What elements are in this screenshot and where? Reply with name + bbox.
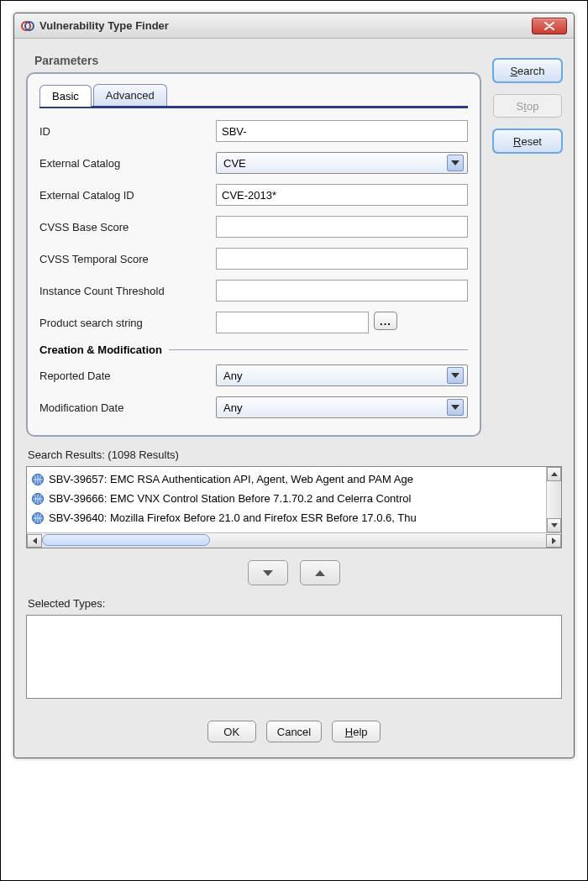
cvss-base-score-input[interactable] bbox=[216, 216, 468, 238]
id-input[interactable] bbox=[216, 120, 468, 142]
modification-date-value: Any bbox=[223, 401, 447, 414]
list-item[interactable]: SBV-39640: Mozilla Firefox Before 21.0 a… bbox=[30, 508, 561, 527]
id-label: ID bbox=[39, 125, 216, 138]
scroll-track[interactable] bbox=[42, 534, 546, 548]
move-down-button[interactable] bbox=[248, 560, 288, 585]
modification-date-select[interactable]: Any bbox=[216, 396, 468, 418]
cancel-button[interactable]: Cancel bbox=[266, 721, 322, 742]
tabs: Basic Advanced bbox=[39, 84, 468, 108]
scroll-down-icon[interactable] bbox=[547, 518, 561, 532]
chevron-down-icon bbox=[447, 399, 464, 416]
action-buttons: Search Stop Reset bbox=[493, 50, 562, 153]
chevron-down-icon bbox=[447, 367, 464, 384]
reported-date-label: Reported Date bbox=[39, 370, 216, 382]
external-catalog-select[interactable]: CVE bbox=[216, 152, 468, 174]
search-results-box: SBV-39657: EMC RSA Authentication API, A… bbox=[26, 466, 562, 548]
external-catalog-id-input[interactable] bbox=[216, 184, 468, 206]
search-button[interactable]: Search bbox=[493, 59, 562, 82]
external-catalog-value: CVE bbox=[223, 157, 447, 170]
search-results-label: Search Results: (1098 Results) bbox=[28, 448, 562, 461]
scroll-right-icon[interactable] bbox=[546, 534, 561, 548]
creation-modification-heading: Creation & Modification bbox=[39, 343, 468, 356]
instance-count-input[interactable] bbox=[216, 280, 468, 302]
globe-icon bbox=[30, 511, 45, 526]
horizontal-scrollbar[interactable] bbox=[27, 532, 561, 548]
product-search-input[interactable] bbox=[216, 312, 369, 333]
modification-date-label: Modification Date bbox=[39, 401, 216, 414]
product-search-label: Product search string bbox=[39, 317, 216, 329]
external-catalog-label: External Catalog bbox=[39, 157, 216, 170]
external-catalog-id-label: External Catalog ID bbox=[39, 189, 216, 202]
vertical-scrollbar[interactable] bbox=[546, 467, 561, 532]
tab-advanced[interactable]: Advanced bbox=[93, 84, 167, 106]
move-up-button[interactable] bbox=[300, 560, 340, 585]
list-item[interactable]: SBV-39666: EMC VNX Control Station Befor… bbox=[30, 489, 561, 508]
divider bbox=[169, 349, 468, 350]
transfer-buttons bbox=[26, 560, 562, 585]
selected-types-label: Selected Types: bbox=[28, 597, 562, 610]
titlebar: Vulnerability Type Finder bbox=[14, 13, 574, 39]
reported-date-value: Any bbox=[223, 370, 447, 382]
result-text: SBV-39666: EMC VNX Control Station Befor… bbox=[49, 492, 411, 505]
chevron-down-icon bbox=[447, 155, 464, 171]
app-icon bbox=[21, 19, 34, 33]
globe-icon bbox=[30, 491, 45, 506]
window-title: Vulnerability Type Finder bbox=[39, 19, 532, 32]
list-item[interactable]: SBV-39657: EMC RSA Authentication API, A… bbox=[30, 469, 561, 489]
close-button[interactable] bbox=[532, 18, 567, 34]
reported-date-select[interactable]: Any bbox=[216, 364, 468, 386]
search-results-list[interactable]: SBV-39657: EMC RSA Authentication API, A… bbox=[27, 467, 561, 532]
instance-count-label: Instance Count Threshold bbox=[39, 285, 216, 297]
chevron-down-icon bbox=[263, 570, 273, 576]
parameters-heading: Parameters bbox=[34, 54, 481, 67]
cvss-temporal-score-input[interactable] bbox=[216, 248, 468, 270]
ok-button[interactable]: OK bbox=[207, 721, 256, 742]
selected-types-box[interactable] bbox=[26, 615, 562, 699]
tab-basic[interactable]: Basic bbox=[39, 85, 92, 107]
creation-modification-label: Creation & Modification bbox=[39, 343, 162, 356]
product-search-browse-button[interactable]: ... bbox=[374, 312, 397, 330]
result-text: SBV-39657: EMC RSA Authentication API, A… bbox=[49, 473, 413, 485]
chevron-up-icon bbox=[315, 570, 325, 576]
help-button[interactable]: Help bbox=[332, 721, 381, 742]
scroll-up-icon[interactable] bbox=[547, 467, 561, 481]
scroll-thumb[interactable] bbox=[42, 534, 210, 546]
parameters-panel: Basic Advanced ID External Catalog bbox=[26, 72, 481, 437]
result-text: SBV-39640: Mozilla Firefox Before 21.0 a… bbox=[49, 511, 417, 524]
dialog-buttons: OK Cancel Help bbox=[26, 721, 562, 742]
scroll-left-icon[interactable] bbox=[27, 534, 42, 548]
cvss-base-score-label: CVSS Base Score bbox=[39, 221, 216, 233]
reset-button[interactable]: Reset bbox=[493, 129, 562, 153]
globe-icon bbox=[30, 472, 45, 487]
vulnerability-type-finder-dialog: Vulnerability Type Finder Parameters Bas… bbox=[13, 13, 575, 758]
cvss-temporal-score-label: CVSS Temporal Score bbox=[39, 253, 216, 265]
stop-button: Stop bbox=[493, 94, 562, 118]
